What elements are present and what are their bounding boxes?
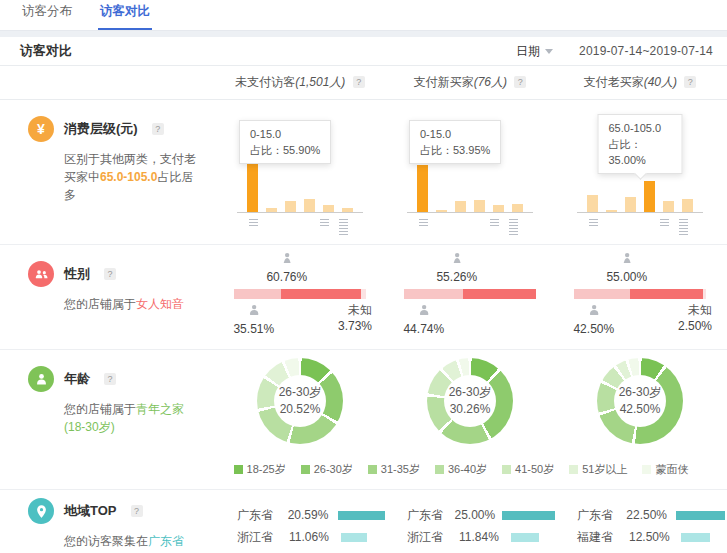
male-percent: 44.74% (403, 322, 444, 336)
legend-item[interactable]: 51岁以上 (569, 462, 627, 477)
bar[interactable] (682, 199, 693, 212)
region-name: 广东省 (407, 507, 455, 524)
legend-item[interactable]: 41-50岁 (502, 462, 554, 477)
age-label-block: 年龄 ? 您的店铺属于青年之家(18-30岁) (20, 350, 215, 489)
bar[interactable] (323, 205, 334, 212)
gender-chart-new-buyers[interactable]: 55.26% 44.74% (385, 245, 555, 349)
bar[interactable] (493, 205, 504, 212)
region-list-old-buyers: 广东省22.50%福建省12.50% (555, 490, 725, 553)
desc-text: 您的访客聚集在 (64, 534, 148, 548)
region-bar[interactable] (341, 533, 367, 542)
legend-label: 41-50岁 (515, 462, 554, 477)
bar[interactable] (625, 197, 636, 212)
female-stat: 55.00% (606, 251, 647, 284)
legend-item[interactable]: 蒙面侠 (642, 462, 688, 477)
unknown-segment (361, 289, 366, 299)
help-icon[interactable]: ? (104, 268, 116, 280)
axis-tick-icon (589, 219, 598, 226)
tab-visitor-distribution[interactable]: 访客分布 (20, 3, 74, 30)
help-icon[interactable]: ? (131, 505, 143, 517)
tooltip-range: 0-15.0 (420, 126, 490, 142)
donut-chart[interactable]: 26-30岁20.52% (257, 358, 343, 444)
region-bar[interactable] (681, 533, 710, 542)
page-title: 访客对比 (20, 42, 72, 60)
help-icon[interactable]: ? (514, 76, 526, 88)
column-name: 支付新买家 (414, 75, 474, 89)
axis-tick-icon (320, 219, 329, 226)
date-range[interactable]: 2019-07-14~2019-07-14 (579, 44, 713, 58)
female-segment (463, 289, 536, 299)
bar[interactable] (417, 165, 428, 212)
legend-item[interactable]: 31-35岁 (368, 462, 420, 477)
bar[interactable] (304, 199, 315, 212)
column-header-unpaid: 未支付访客(1,501人) ? (215, 74, 385, 91)
region-row: 福建省12.50% (577, 526, 725, 548)
female-segment (281, 289, 361, 299)
date-filter: 日期 2019-07-14~2019-07-14 (516, 43, 713, 60)
region-value: 11.06% (289, 530, 341, 544)
bar-chart-old-buyers[interactable]: 65.0-105.0占比：35.00% (555, 100, 725, 244)
legend-item[interactable]: 26-30岁 (301, 462, 353, 477)
gender-chart-old-buyers[interactable]: 55.00% 42.50% 未知2.50% (555, 245, 725, 349)
chevron-down-icon (545, 49, 553, 54)
axis-tick-icon (339, 228, 348, 235)
bar-chart-new-buyers[interactable]: 0-15.0占比：53.95% (385, 100, 555, 244)
region-bar[interactable] (676, 511, 725, 520)
section-age: 年龄 ? 您的店铺属于青年之家(18-30岁) 26-30岁20.52% 26-… (0, 350, 727, 490)
unknown-label: 未知 (338, 303, 372, 318)
location-pin-icon (28, 498, 54, 524)
region-name: 福建省 (577, 529, 629, 546)
bar[interactable] (512, 204, 523, 212)
region-list-unpaid: 广东省20.59%浙江省11.06% (215, 490, 385, 553)
desc-highlight: 65.0-105.0 (100, 170, 157, 184)
legend-item[interactable]: 18-25岁 (234, 462, 286, 477)
region-value: 12.50% (629, 530, 681, 544)
axis-tick-icon (419, 219, 428, 226)
region-row: 广东省22.50% (577, 504, 725, 526)
donut-chart[interactable]: 26-30岁42.50% (597, 358, 683, 444)
legend-item[interactable]: 36-40岁 (435, 462, 487, 477)
help-icon[interactable]: ? (684, 76, 696, 88)
bar[interactable] (247, 163, 258, 212)
gender-stacked-bar[interactable] (574, 289, 706, 299)
region-row: 浙江省11.84% (407, 526, 555, 548)
bar-chart-unpaid[interactable]: 0-15.0占比：55.90% (215, 100, 385, 244)
help-icon[interactable]: ? (353, 76, 365, 88)
tooltip-value: 占比：55.90% (250, 142, 320, 158)
axis-tick-icon (679, 219, 688, 226)
female-icon (279, 251, 294, 266)
bar[interactable] (474, 200, 485, 212)
legend-label: 18-25岁 (247, 462, 286, 477)
region-bar[interactable] (511, 533, 539, 542)
bar[interactable] (663, 201, 674, 212)
tab-visitor-compare[interactable]: 访客对比 (98, 3, 152, 30)
gender-stacked-bar[interactable] (234, 289, 366, 299)
region-row (237, 548, 385, 553)
axis-tick-icon (660, 219, 669, 226)
region-bar[interactable] (502, 511, 555, 520)
tab-bar: 访客分布 访客对比 (0, 0, 727, 30)
chart-tooltip: 65.0-105.0占比：35.00% (598, 114, 683, 174)
unknown-label: 未知 (678, 303, 712, 318)
date-dropdown-label: 日期 (516, 43, 540, 60)
gender-chart-unpaid[interactable]: 60.76% 35.51% 未知3.73% (215, 245, 385, 349)
legend-label: 31-35岁 (381, 462, 420, 477)
male-percent: 42.50% (573, 322, 614, 336)
donut-chart[interactable]: 26-30岁30.26% (427, 358, 513, 444)
gender-stacked-bar[interactable] (404, 289, 536, 299)
bar[interactable] (587, 195, 598, 212)
bar[interactable] (285, 201, 296, 212)
help-icon[interactable]: ? (104, 373, 116, 385)
female-icon (619, 251, 634, 266)
region-bar[interactable] (338, 511, 385, 520)
desc-text: 您的店铺属于 (64, 402, 136, 416)
donut-center: 26-30岁20.52% (274, 375, 326, 427)
date-dropdown[interactable]: 日期 (516, 43, 553, 60)
bar[interactable] (644, 181, 655, 212)
column-name: 支付老买家 (584, 75, 644, 89)
bar[interactable] (455, 201, 466, 212)
donut-center-label: 26-30岁 (449, 384, 492, 401)
help-icon[interactable]: ? (152, 123, 164, 135)
legend-swatch-icon (234, 465, 243, 474)
male-percent: 35.51% (233, 322, 274, 336)
